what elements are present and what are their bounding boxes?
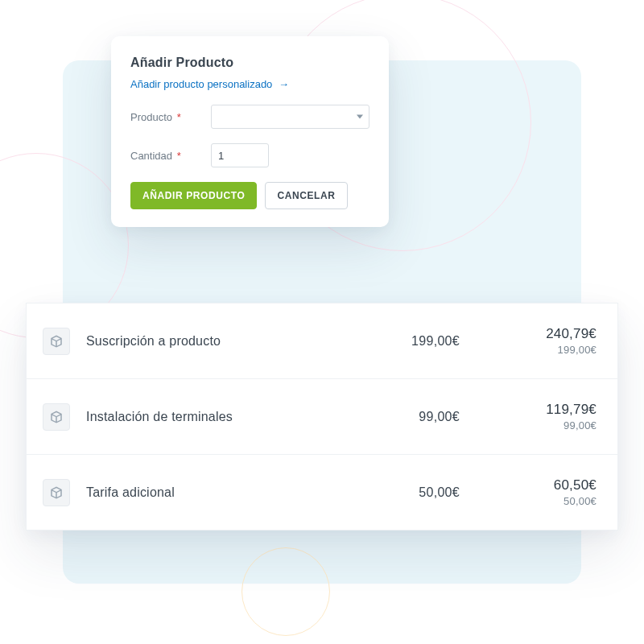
product-name: Suscripción a producto [86, 334, 355, 349]
modal-title: Añadir Producto [130, 56, 369, 70]
price-summary: 119,79€ 99,00€ [460, 402, 597, 431]
unit-price: 99,00€ [355, 410, 460, 424]
arrow-right-icon: → [279, 78, 289, 90]
unit-price: 199,00€ [355, 334, 460, 349]
product-select-input[interactable] [211, 105, 369, 129]
list-item[interactable]: Instalación de terminales 99,00€ 119,79€… [27, 379, 617, 455]
product-select[interactable] [211, 105, 369, 129]
required-mark: * [177, 111, 181, 123]
unit-price: 50,00€ [355, 485, 460, 500]
package-icon [43, 328, 70, 355]
add-product-modal: Añadir Producto Añadir producto personal… [111, 36, 389, 227]
quantity-input[interactable] [211, 143, 269, 167]
sub-price: 99,00€ [460, 419, 597, 431]
price-summary: 60,50€ 50,00€ [460, 477, 597, 507]
add-custom-product-link[interactable]: Añadir producto personalizado → [130, 78, 369, 90]
package-icon [43, 479, 70, 506]
quantity-label-text: Cantidad [130, 150, 172, 162]
product-name: Tarifa adicional [86, 485, 355, 500]
decorative-circle [242, 547, 330, 636]
product-label-text: Producto [130, 111, 172, 123]
sub-price: 199,00€ [460, 344, 597, 356]
total-price: 60,50€ [460, 477, 597, 493]
chevron-down-icon [357, 115, 363, 119]
quantity-label: Cantidad * [130, 150, 211, 162]
product-list: Suscripción a producto 199,00€ 240,79€ 1… [26, 303, 618, 530]
sub-price: 50,00€ [460, 495, 597, 507]
add-product-button[interactable]: Añadir Producto [130, 182, 257, 209]
list-item[interactable]: Suscripción a producto 199,00€ 240,79€ 1… [27, 303, 617, 379]
price-summary: 240,79€ 199,00€ [460, 326, 597, 356]
product-label: Producto * [130, 111, 211, 123]
link-text: Añadir producto personalizado [130, 78, 272, 90]
cancel-button[interactable]: Cancelar [265, 182, 347, 209]
total-price: 240,79€ [460, 326, 597, 342]
required-mark: * [177, 150, 181, 162]
list-item[interactable]: Tarifa adicional 50,00€ 60,50€ 50,00€ [27, 455, 617, 530]
total-price: 119,79€ [460, 402, 597, 418]
package-icon [43, 403, 70, 431]
product-name: Instalación de terminales [86, 410, 355, 424]
